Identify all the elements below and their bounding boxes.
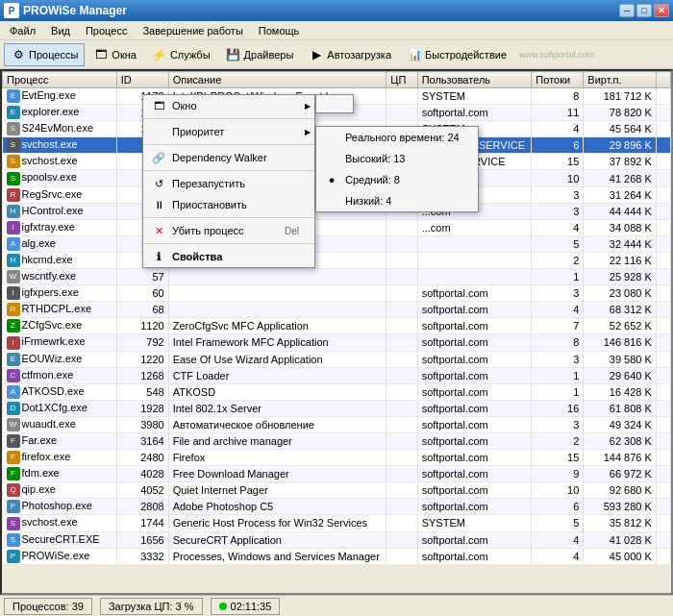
cell-process-desc: Free Download Manager — [168, 466, 386, 482]
table-row[interactable]: ZZCfgSvc.exe 1120 ZeroCfgSvc MFC Applica… — [3, 318, 671, 334]
ctx-kill[interactable]: ✕ Убить процесс Del — [143, 220, 314, 241]
cell-extra — [656, 383, 670, 400]
cell-process-name: Ssvchost.exe — [3, 515, 117, 531]
cell-process-name: RRTHDCPL.exe — [3, 302, 117, 318]
table-row[interactable]: PPROWiSe.exe 3332 Processes, Windows and… — [3, 548, 671, 564]
cell-process-name: PPhotoshop.exe — [3, 499, 117, 515]
menu-process[interactable]: Процесс — [78, 23, 135, 38]
tab-processes[interactable]: ⚙ Процессы — [4, 43, 85, 66]
table-row[interactable]: PPhotoshop.exe 2808 Adobe Photoshop C5 s… — [3, 499, 671, 515]
col-extra — [656, 72, 670, 88]
suspend-icon: ⏸ — [151, 197, 166, 212]
ctx-window[interactable]: 🗔 Окно ▶ — [143, 95, 314, 116]
cell-process-cpu — [386, 466, 417, 482]
ctx-depwalker[interactable]: 🔗 Dependency Walker — [143, 147, 314, 168]
col-user[interactable]: Пользователь — [417, 72, 532, 88]
cell-process-id: 3164 — [116, 432, 168, 449]
cell-process-id: 1928 — [116, 400, 168, 416]
table-row[interactable]: FFar.exe 3164 File and archive manager s… — [3, 432, 671, 449]
tab-services[interactable]: ⚡ Службы — [145, 43, 217, 66]
cell-extra — [656, 548, 670, 564]
maximize-button[interactable]: □ — [636, 4, 652, 17]
table-row[interactable]: Iigfxtray.exe 32 ...com 4 34 088 K — [3, 219, 671, 235]
cell-extra — [656, 367, 670, 383]
ctx-restart[interactable]: ↺ Перезапустить — [143, 173, 314, 194]
menu-view[interactable]: Вид — [43, 23, 78, 38]
priority-high[interactable]: Высокий: 13 — [316, 148, 478, 169]
priority-normal[interactable]: ● Средний: 8 — [316, 169, 478, 190]
table-row[interactable]: DDot1XCfg.exe 1928 Intel 802.1x Server s… — [3, 400, 671, 416]
cell-process-desc: Processes, Windows and Services Manager — [168, 548, 386, 564]
cell-process-virt: 16 428 K — [584, 383, 657, 400]
cell-process-virt: 49 324 K — [584, 416, 657, 432]
table-row[interactable]: Aalg.exe 36 5 32 444 K — [3, 235, 671, 252]
cell-extra — [656, 400, 670, 416]
tab-windows[interactable]: 🗔 Окна — [87, 43, 143, 66]
cell-process-cpu — [386, 285, 417, 302]
cell-process-cpu — [386, 432, 417, 449]
window-icon: 🗔 — [151, 98, 166, 113]
cell-process-cpu — [386, 367, 417, 383]
menu-file[interactable]: Файл — [2, 23, 43, 38]
cell-process-desc: Intel 802.1x Server — [168, 400, 386, 416]
cell-process-threads: 4 — [532, 548, 584, 564]
ctx-restart-label: Перезапустить — [172, 178, 245, 189]
table-row[interactable]: Wwuaudt.exe 3980 Автоматическое обновлен… — [3, 416, 671, 432]
ctx-suspend[interactable]: ⏸ Приостановить — [143, 194, 314, 215]
statusbar: Процессов: 39 Загрузка ЦП: 3 % 02:11:35 — [0, 595, 673, 616]
priority-normal-label: Средний: 8 — [345, 174, 400, 185]
window-submenu[interactable] — [315, 94, 354, 113]
table-row[interactable]: Iigfxpers.exe 60 softportal.com 3 23 080… — [3, 285, 671, 302]
table-row[interactable]: Wwscntfy.exe 57 1 25 928 K — [3, 269, 671, 285]
cell-process-virt: 78 820 K — [584, 105, 657, 121]
cell-process-name: AATKOSD.exe — [3, 383, 117, 400]
context-menu[interactable]: 🗔 Окно ▶ Приоритет ▶ 🔗 Dependency Walker… — [142, 94, 315, 268]
table-row[interactable]: IiFrmewrk.exe 792 Intel Framework MFC Ap… — [3, 334, 671, 351]
tab-performance[interactable]: 📊 Быстродействие — [400, 43, 513, 66]
tab-drivers[interactable]: 💾 Драйверы — [219, 43, 301, 66]
cell-process-virt: 52 652 K — [584, 318, 657, 334]
col-cpu[interactable]: ЦП — [386, 72, 417, 88]
cell-process-threads: 1 — [532, 383, 584, 400]
menu-shutdown[interactable]: Завершение работы — [135, 23, 250, 38]
cell-process-threads: 2 — [532, 432, 584, 449]
table-row[interactable]: Ssvchost.exe 1744 Generic Host Process f… — [3, 515, 671, 531]
cell-process-user: softportal.com — [417, 351, 532, 367]
priority-low[interactable]: Низкий: 4 — [316, 190, 478, 211]
table-row[interactable]: RRTHDCPL.exe 68 softportal.com 4 68 312 … — [3, 302, 671, 318]
menu-help[interactable]: Помощь — [251, 23, 308, 38]
ctx-priority[interactable]: Приоритет ▶ — [143, 121, 314, 142]
table-row[interactable]: EEOUWiz.exe 1220 Ease Of Use Wizard Appl… — [3, 351, 671, 367]
table-row[interactable]: Hhkcmd.exe 36 2 22 116 K — [3, 252, 671, 268]
ctx-properties[interactable]: ℹ Свойства — [143, 246, 314, 267]
col-id[interactable]: ID — [116, 72, 168, 88]
table-row[interactable]: AATKOSD.exe 548 ATKOSD softportal.com 1 … — [3, 383, 671, 400]
cell-process-threads: 2 — [532, 252, 584, 268]
cell-process-id: 57 — [116, 269, 168, 285]
cell-process-name: Hhkcmd.exe — [3, 252, 117, 268]
minimize-button[interactable]: ─ — [619, 4, 635, 17]
table-row[interactable]: Qqip.exe 4052 Quiet Internet Pager softp… — [3, 482, 671, 499]
table-row[interactable]: Cctfmon.exe 1268 CTF Loader softportal.c… — [3, 367, 671, 383]
cell-process-desc: ZeroCfgSvc MFC Application — [168, 318, 386, 334]
priority-realtime[interactable]: Реального времени: 24 — [316, 127, 478, 148]
cell-process-threads: 6 — [532, 137, 584, 154]
cell-process-user: softportal.com — [417, 105, 532, 121]
priority-submenu[interactable]: Реального времени: 24 Высокий: 13 ● Сред… — [315, 126, 479, 212]
table-row[interactable]: Ffdm.exe 4028 Free Download Manager soft… — [3, 466, 671, 482]
ctx-properties-label: Свойства — [172, 251, 222, 262]
col-virt[interactable]: Вирт.п. — [584, 72, 657, 88]
col-desc[interactable]: Описание — [168, 72, 386, 88]
cpu-load-label: Загрузка ЦП: 3 % — [109, 601, 194, 612]
table-row[interactable]: SSecureCRT.EXE 1656 SecureCRT Applicatio… — [3, 531, 671, 548]
col-threads[interactable]: Потоки — [532, 72, 584, 88]
cell-process-user — [417, 269, 532, 285]
cell-process-threads: 3 — [532, 186, 584, 203]
tab-autostart[interactable]: ▶ Автозагрузка — [302, 43, 398, 66]
status-indicator — [219, 603, 227, 610]
table-row[interactable]: Ffirefox.exe 2480 Firefox softportal.com… — [3, 450, 671, 466]
ctx-sep-3 — [143, 170, 314, 171]
cell-extra — [656, 318, 670, 334]
col-process[interactable]: Процесс — [3, 72, 117, 88]
close-button[interactable]: ✕ — [654, 4, 669, 17]
